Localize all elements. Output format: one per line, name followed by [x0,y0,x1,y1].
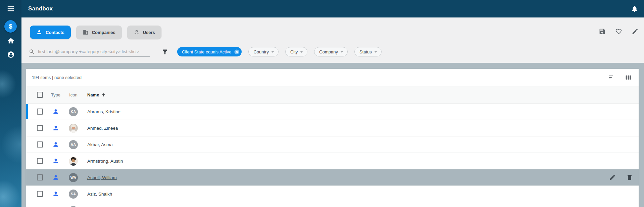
avatar-cell: WA [69,173,78,182]
filter-dropdown-status[interactable]: Status [354,47,382,56]
filter-funnel-icon[interactable] [161,48,168,55]
avatar-cell: AA [69,140,78,149]
avatar [69,124,78,133]
dropdown-label: Status [359,49,372,54]
avatar [69,157,78,166]
page-title: Sandbox [28,5,53,12]
row-checkbox[interactable] [37,174,43,180]
table-row[interactable]: Armstrong, Austin [26,153,639,169]
row-checkbox[interactable] [37,125,43,131]
select-all-checkbox[interactable] [37,92,43,98]
dollar-icon: $ [9,23,12,30]
notifications-bell-icon[interactable] [631,5,638,12]
chevron-down-icon [270,49,276,55]
tab-contacts[interactable]: Contacts [30,26,71,39]
row-edit-pencil-icon[interactable] [609,174,616,181]
avatar-cell: KA [69,107,78,116]
table-header-row: Type Icon Name [26,86,639,104]
active-filter-chip[interactable]: Client State equals Active [177,47,242,56]
tab-users[interactable]: Users [127,26,161,39]
search-input[interactable] [37,49,150,54]
row-checkbox[interactable] [37,191,43,197]
save-view-icon[interactable] [599,28,606,35]
dropdown-label: Company [319,49,338,54]
contact-type-person-icon [52,158,59,164]
contact-type-person-icon [52,108,59,115]
contact-name-link[interactable]: Aziz, Shaikh [87,192,112,197]
sort-list-icon[interactable] [608,74,615,81]
avatar: WA [69,173,78,182]
account-circle-icon[interactable] [7,51,15,58]
user-outline-icon [134,29,140,35]
contact-name-link[interactable]: Ahmed, Zineea [87,126,118,131]
column-header-type[interactable]: Type [52,92,59,97]
contact-type-person-icon [52,141,59,148]
sort-ascending-arrow-icon [101,92,106,97]
table-row[interactable]: AA Akbar, Asma [26,136,639,153]
list-summary-bar: 194 items | none selected [26,69,639,86]
items-count: 194 items | none selected [32,75,82,80]
contact-name-link[interactable]: Armstrong, Austin [87,159,123,164]
column-header-icon[interactable]: Icon [69,92,78,97]
table-row[interactable] [26,202,639,207]
view-actions [599,28,639,35]
tab-label: Contacts [46,30,64,35]
contact-name-link[interactable]: Asbell, William [87,175,117,180]
filter-dropdown-country[interactable]: Country [248,47,279,56]
tab-label: Users [143,30,155,35]
avatar-cell [69,157,78,166]
entity-tabs: Contacts Companies Users [30,26,161,39]
avatar: KA [69,107,78,116]
avatar-cell [69,206,78,207]
columns-icon[interactable] [625,74,632,81]
table-row[interactable]: WA Asbell, William [26,169,639,186]
filter-dropdown-company[interactable]: Company [314,47,348,56]
home-icon[interactable] [7,37,15,45]
chip-label: Client State equals Active [182,49,231,54]
filter-dropdown-city[interactable]: City [285,47,307,56]
building-icon [83,29,89,35]
row-checkbox[interactable] [37,109,43,115]
dollar-fab[interactable]: $ [4,20,17,33]
search-icon [29,49,35,55]
table-row[interactable]: KA Abrams, Kristine [26,104,639,120]
avatar: AA [69,140,78,149]
dropdown-label: City [290,49,298,54]
search-field[interactable] [29,47,150,57]
dropdown-label: Country [253,49,269,54]
filter-bar: Client State equals Active Country City … [29,47,382,57]
chevron-down-icon [339,49,345,55]
tab-label: Companies [92,30,115,35]
chevron-down-icon [373,49,379,55]
chevron-down-icon [299,49,304,55]
row-actions [609,174,639,181]
contacts-list-panel: 194 items | none selected Type Icon Name [26,69,639,207]
table-row[interactable]: SA Aziz, Shaikh [26,186,639,202]
contact-name-link[interactable]: Akbar, Asma [87,142,113,147]
avatar-photo-woman [69,124,78,133]
left-rail: $ [0,0,21,207]
contact-name-link[interactable]: Abrams, Kristine [87,109,120,114]
contact-type-person-icon [52,174,59,181]
chip-remove-icon[interactable] [234,49,240,55]
favorite-heart-icon[interactable] [615,28,622,35]
table-body: KA Abrams, Kristine Ahmed, Zineea AA Akb… [26,104,639,207]
avatar: SA [69,190,78,199]
avatar [69,206,78,207]
filter-dropdowns: Country City Company Status [242,47,381,56]
hamburger-menu-icon[interactable] [6,4,15,13]
column-header-name[interactable]: Name [87,92,106,97]
list-tools [608,74,632,81]
contact-type-person-icon [52,191,59,197]
row-checkbox[interactable] [37,158,43,164]
contact-type-person-icon [52,125,59,131]
avatar-cell [69,124,78,133]
tab-companies[interactable]: Companies [76,26,122,39]
row-checkbox[interactable] [37,141,43,148]
avatar-photo-man [69,157,78,166]
table-row[interactable]: Ahmed, Zineea [26,120,639,136]
row-delete-trash-icon[interactable] [626,174,633,181]
edit-pencil-icon[interactable] [632,28,639,35]
table-backdrop: 194 items | none selected Type Icon Name [21,63,644,207]
person-icon [36,29,42,35]
